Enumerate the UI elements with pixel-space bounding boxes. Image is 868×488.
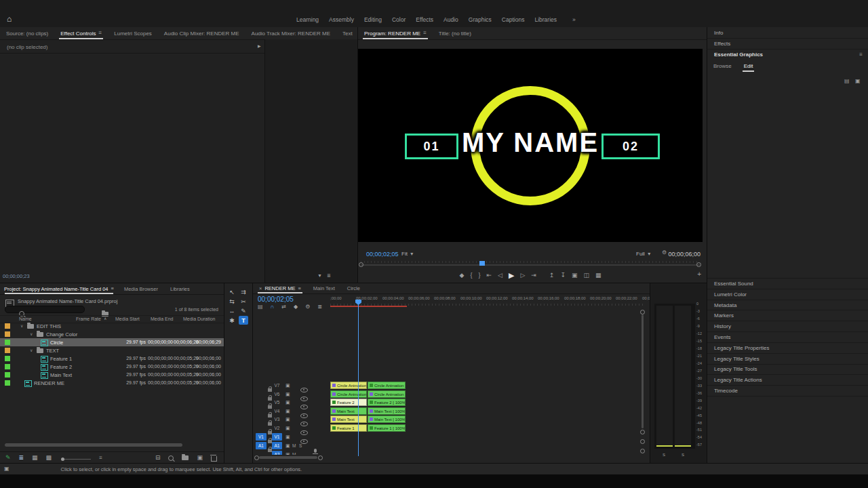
workspace-tab-color[interactable]: Color xyxy=(392,16,406,23)
tab-project[interactable]: Project: Snappy Animated Name-Title Card… xyxy=(0,283,118,294)
expander-icon[interactable]: ▶ xyxy=(258,44,261,48)
sync-lock-icon[interactable]: ▣ xyxy=(285,434,290,439)
panel-header-lumetri-color[interactable]: Lumetri Color xyxy=(707,289,868,300)
new-layer-icon[interactable]: ▣ xyxy=(855,79,861,84)
step-forward-icon[interactable]: ▷ xyxy=(520,272,525,279)
workspace-tab-audio[interactable]: Audio xyxy=(443,16,458,23)
tab-browse[interactable]: Browse xyxy=(707,60,738,72)
column-name[interactable]: Name xyxy=(19,317,32,321)
timeline-clip[interactable]: Main Text [ 100%] xyxy=(368,407,406,415)
type-tool[interactable]: T xyxy=(239,316,248,325)
sync-lock-icon[interactable]: ▣ xyxy=(285,383,290,388)
lift-icon[interactable]: ↥ xyxy=(549,272,555,279)
zoom-slider[interactable] xyxy=(61,459,91,460)
project-row-feature-2[interactable]: Feature 2 29.97 fps 00;00;00;00 00;00;05… xyxy=(0,363,224,371)
timeline-display-settings-icon[interactable]: ≣ xyxy=(317,304,322,310)
hand-tool[interactable]: ✱ xyxy=(227,316,237,325)
mute-button[interactable]: M xyxy=(292,452,296,455)
panel-header-legacy-title-actions[interactable]: Legacy Title Actions xyxy=(707,375,868,386)
sort-menu-icon[interactable]: ≡ xyxy=(99,455,102,461)
workspace-tab-effects[interactable]: Effects xyxy=(416,16,433,23)
extract-icon[interactable]: ↧ xyxy=(560,272,566,279)
timeline-horizontal-scrollbar[interactable] xyxy=(259,456,317,459)
go-to-out-icon[interactable]: ⇥ xyxy=(531,272,536,279)
label-swatch[interactable] xyxy=(5,348,10,353)
h-scroll-left-handle[interactable] xyxy=(254,455,259,460)
project-row-main-text[interactable]: Main Text 29.97 fps 00;00;00;00 00;00;05… xyxy=(0,371,224,379)
home-icon[interactable]: ⌂ xyxy=(7,15,12,23)
timeline-clip[interactable]: Feature 2 [ 100%] xyxy=(368,399,406,406)
list-view-icon[interactable]: ≣ xyxy=(19,455,24,461)
track-label[interactable]: V3 xyxy=(272,415,282,423)
solo-button[interactable]: S xyxy=(299,443,302,448)
align-icon[interactable]: ▤ xyxy=(844,79,850,84)
essential-graphics-header[interactable]: Essential Graphics ≡ xyxy=(707,49,868,60)
panel-header-markers[interactable]: Markers xyxy=(707,310,868,321)
disclosure-icon[interactable]: ∨ xyxy=(20,323,23,328)
add-marker-icon[interactable]: ◆ xyxy=(460,272,465,279)
play-icon[interactable]: ▶ xyxy=(509,272,514,279)
disclosure-icon[interactable]: ∨ xyxy=(30,331,33,336)
timeline-clip[interactable]: Main Text xyxy=(330,407,367,415)
track-label[interactable]: V5 xyxy=(272,399,282,406)
track-label[interactable]: V7 xyxy=(272,382,282,389)
icon-view-icon[interactable]: ▦ xyxy=(32,455,38,461)
program-scrubber[interactable] xyxy=(361,261,700,263)
audio-scroll-handle[interactable] xyxy=(640,439,645,444)
label-swatch[interactable] xyxy=(5,364,10,369)
panel-list-icon[interactable]: ≣ xyxy=(327,273,331,278)
label-swatch[interactable] xyxy=(5,356,10,361)
project-row-edit-this[interactable]: ∨ EDIT THIS xyxy=(0,322,224,330)
project-row-text-bin[interactable]: ∨ TEXT xyxy=(0,346,224,354)
sync-lock-icon[interactable]: ▣ xyxy=(285,452,290,455)
timeline-clip[interactable]: Circle Animation [ 100%] xyxy=(368,390,406,398)
tab-source-monitor[interactable]: Source: (no clips) xyxy=(0,27,54,39)
filter-icon[interactable]: ▼ xyxy=(317,273,322,278)
sync-lock-icon[interactable]: ▣ xyxy=(285,426,290,430)
panel-menu-icon[interactable]: ≡ xyxy=(99,30,102,36)
mark-out-icon[interactable]: } xyxy=(478,272,480,279)
timeline-timecode[interactable]: 00;00;02;05 xyxy=(258,296,294,303)
timeline-clip[interactable]: Feature 1 xyxy=(330,424,367,432)
comparison-view-icon[interactable]: ◫ xyxy=(583,272,589,279)
panel-header-events[interactable]: Events xyxy=(707,332,868,343)
tab-lumetri-scopes[interactable]: Lumetri Scopes xyxy=(108,27,158,39)
close-icon[interactable]: × xyxy=(259,286,262,291)
new-item-icon[interactable]: ▣ xyxy=(197,455,203,461)
timeline-clip[interactable]: Circle Animation xyxy=(330,390,367,398)
tab-text[interactable]: Text xyxy=(336,27,357,39)
panel-menu-icon[interactable]: ≡ xyxy=(423,30,427,36)
tab-sequence-circle[interactable]: Circle xyxy=(341,283,366,293)
program-resolution-dropdown[interactable]: Full ▾ xyxy=(636,251,650,257)
track-select-forward-tool[interactable]: ⇉ xyxy=(239,287,248,296)
button-editor-plus-icon[interactable]: + xyxy=(697,271,701,278)
linked-selection-icon[interactable]: ⇄ xyxy=(281,304,286,310)
effects-panel-header[interactable]: Effects xyxy=(707,38,868,49)
timeline-clip[interactable]: Feature 2 xyxy=(330,399,367,406)
column-media-end[interactable]: Media End xyxy=(151,317,173,321)
sort-ascending-icon[interactable]: ∧ xyxy=(104,317,106,321)
track-label[interactable]: V2 xyxy=(272,424,282,432)
tab-title[interactable]: Title: (no title) xyxy=(433,27,477,39)
add-marker-icon[interactable]: ◆ xyxy=(294,304,298,310)
panel-header-metadata[interactable]: Metadata xyxy=(707,300,868,311)
project-row-circle[interactable]: Circle 29.97 fps 00;00;00;00 00;00;06;28… xyxy=(0,338,224,346)
label-swatch[interactable] xyxy=(5,372,10,378)
solo-channel-1-button[interactable]: S xyxy=(663,453,665,457)
scrubber-left-handle[interactable] xyxy=(359,262,363,267)
pen-tool[interactable]: ✎ xyxy=(239,306,248,315)
program-fit-dropdown[interactable]: Fit ▾ xyxy=(401,251,413,257)
snap-icon[interactable]: ∩ xyxy=(271,304,275,310)
go-to-in-icon[interactable]: ⇤ xyxy=(486,272,492,279)
tab-sequence-render-me[interactable]: ×RENDER ME≡ xyxy=(253,283,307,293)
panel-header-timecode[interactable]: Timecode xyxy=(707,386,868,396)
workspace-overflow-icon[interactable]: » xyxy=(572,16,576,23)
step-back-icon[interactable]: ◁ xyxy=(498,272,502,279)
source-patch-v1[interactable]: V1 xyxy=(256,433,267,441)
sync-lock-icon[interactable]: ▣ xyxy=(285,443,290,448)
selection-tool[interactable]: ↖ xyxy=(227,287,237,296)
panel-menu-icon[interactable]: ≡ xyxy=(298,286,300,291)
track-target-a2[interactable]: A2 xyxy=(272,451,282,455)
panel-header-legacy-title-tools[interactable]: Legacy Title Tools xyxy=(707,365,868,375)
new-bin-icon[interactable] xyxy=(182,455,189,460)
